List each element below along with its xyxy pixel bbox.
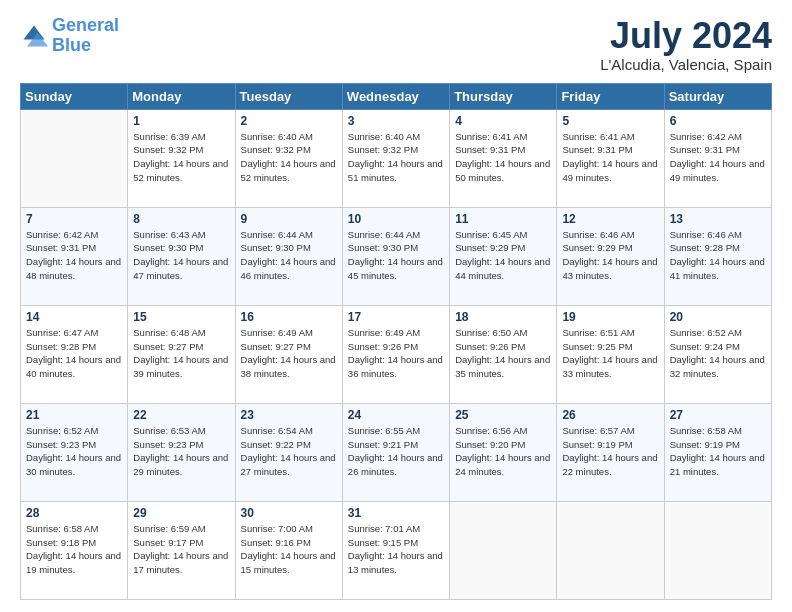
day-number: 5 bbox=[562, 114, 658, 128]
col-wednesday: Wednesday bbox=[342, 83, 449, 109]
day-info: Sunrise: 6:47 AMSunset: 9:28 PMDaylight:… bbox=[26, 326, 122, 381]
table-row: 1 Sunrise: 6:39 AMSunset: 9:32 PMDayligh… bbox=[128, 109, 235, 207]
table-row: 26 Sunrise: 6:57 AMSunset: 9:19 PMDaylig… bbox=[557, 403, 664, 501]
day-info: Sunrise: 6:59 AMSunset: 9:17 PMDaylight:… bbox=[133, 522, 229, 577]
day-number: 14 bbox=[26, 310, 122, 324]
day-info: Sunrise: 6:48 AMSunset: 9:27 PMDaylight:… bbox=[133, 326, 229, 381]
table-row: 5 Sunrise: 6:41 AMSunset: 9:31 PMDayligh… bbox=[557, 109, 664, 207]
day-info: Sunrise: 6:43 AMSunset: 9:30 PMDaylight:… bbox=[133, 228, 229, 283]
table-row: 18 Sunrise: 6:50 AMSunset: 9:26 PMDaylig… bbox=[450, 305, 557, 403]
day-info: Sunrise: 6:49 AMSunset: 9:26 PMDaylight:… bbox=[348, 326, 444, 381]
day-number: 17 bbox=[348, 310, 444, 324]
day-number: 9 bbox=[241, 212, 337, 226]
day-info: Sunrise: 6:45 AMSunset: 9:29 PMDaylight:… bbox=[455, 228, 551, 283]
day-info: Sunrise: 6:44 AMSunset: 9:30 PMDaylight:… bbox=[348, 228, 444, 283]
col-sunday: Sunday bbox=[21, 83, 128, 109]
day-info: Sunrise: 6:41 AMSunset: 9:31 PMDaylight:… bbox=[562, 130, 658, 185]
day-info: Sunrise: 6:41 AMSunset: 9:31 PMDaylight:… bbox=[455, 130, 551, 185]
table-row: 6 Sunrise: 6:42 AMSunset: 9:31 PMDayligh… bbox=[664, 109, 771, 207]
table-row: 3 Sunrise: 6:40 AMSunset: 9:32 PMDayligh… bbox=[342, 109, 449, 207]
day-number: 21 bbox=[26, 408, 122, 422]
table-row bbox=[450, 501, 557, 599]
table-row: 16 Sunrise: 6:49 AMSunset: 9:27 PMDaylig… bbox=[235, 305, 342, 403]
day-number: 19 bbox=[562, 310, 658, 324]
day-number: 10 bbox=[348, 212, 444, 226]
table-row bbox=[21, 109, 128, 207]
day-number: 22 bbox=[133, 408, 229, 422]
logo-text: General Blue bbox=[52, 16, 119, 56]
table-row: 4 Sunrise: 6:41 AMSunset: 9:31 PMDayligh… bbox=[450, 109, 557, 207]
table-row: 20 Sunrise: 6:52 AMSunset: 9:24 PMDaylig… bbox=[664, 305, 771, 403]
table-row bbox=[664, 501, 771, 599]
table-row: 8 Sunrise: 6:43 AMSunset: 9:30 PMDayligh… bbox=[128, 207, 235, 305]
table-row bbox=[557, 501, 664, 599]
day-info: Sunrise: 6:52 AMSunset: 9:24 PMDaylight:… bbox=[670, 326, 766, 381]
calendar-header-row: Sunday Monday Tuesday Wednesday Thursday… bbox=[21, 83, 772, 109]
day-number: 6 bbox=[670, 114, 766, 128]
day-number: 26 bbox=[562, 408, 658, 422]
logo-line1: General bbox=[52, 15, 119, 35]
day-info: Sunrise: 6:57 AMSunset: 9:19 PMDaylight:… bbox=[562, 424, 658, 479]
day-number: 13 bbox=[670, 212, 766, 226]
day-number: 7 bbox=[26, 212, 122, 226]
logo-line2: Blue bbox=[52, 35, 91, 55]
table-row: 12 Sunrise: 6:46 AMSunset: 9:29 PMDaylig… bbox=[557, 207, 664, 305]
day-info: Sunrise: 6:51 AMSunset: 9:25 PMDaylight:… bbox=[562, 326, 658, 381]
day-info: Sunrise: 6:58 AMSunset: 9:18 PMDaylight:… bbox=[26, 522, 122, 577]
day-number: 30 bbox=[241, 506, 337, 520]
table-row: 7 Sunrise: 6:42 AMSunset: 9:31 PMDayligh… bbox=[21, 207, 128, 305]
calendar-table: Sunday Monday Tuesday Wednesday Thursday… bbox=[20, 83, 772, 600]
day-info: Sunrise: 6:50 AMSunset: 9:26 PMDaylight:… bbox=[455, 326, 551, 381]
day-info: Sunrise: 6:42 AMSunset: 9:31 PMDaylight:… bbox=[26, 228, 122, 283]
subtitle: L'Alcudia, Valencia, Spain bbox=[600, 56, 772, 73]
table-row: 14 Sunrise: 6:47 AMSunset: 9:28 PMDaylig… bbox=[21, 305, 128, 403]
day-info: Sunrise: 6:46 AMSunset: 9:28 PMDaylight:… bbox=[670, 228, 766, 283]
day-info: Sunrise: 6:52 AMSunset: 9:23 PMDaylight:… bbox=[26, 424, 122, 479]
logo-icon bbox=[20, 22, 48, 50]
table-row: 15 Sunrise: 6:48 AMSunset: 9:27 PMDaylig… bbox=[128, 305, 235, 403]
header: General Blue July 2024 L'Alcudia, Valenc… bbox=[20, 16, 772, 73]
table-row: 23 Sunrise: 6:54 AMSunset: 9:22 PMDaylig… bbox=[235, 403, 342, 501]
table-row: 17 Sunrise: 6:49 AMSunset: 9:26 PMDaylig… bbox=[342, 305, 449, 403]
day-number: 12 bbox=[562, 212, 658, 226]
day-info: Sunrise: 6:42 AMSunset: 9:31 PMDaylight:… bbox=[670, 130, 766, 185]
table-row: 9 Sunrise: 6:44 AMSunset: 9:30 PMDayligh… bbox=[235, 207, 342, 305]
day-number: 15 bbox=[133, 310, 229, 324]
day-number: 3 bbox=[348, 114, 444, 128]
page: General Blue July 2024 L'Alcudia, Valenc… bbox=[0, 0, 792, 612]
day-info: Sunrise: 6:46 AMSunset: 9:29 PMDaylight:… bbox=[562, 228, 658, 283]
day-info: Sunrise: 6:44 AMSunset: 9:30 PMDaylight:… bbox=[241, 228, 337, 283]
day-info: Sunrise: 6:40 AMSunset: 9:32 PMDaylight:… bbox=[348, 130, 444, 185]
day-info: Sunrise: 6:40 AMSunset: 9:32 PMDaylight:… bbox=[241, 130, 337, 185]
day-number: 25 bbox=[455, 408, 551, 422]
day-number: 31 bbox=[348, 506, 444, 520]
main-title: July 2024 bbox=[600, 16, 772, 56]
title-block: July 2024 L'Alcudia, Valencia, Spain bbox=[600, 16, 772, 73]
day-number: 27 bbox=[670, 408, 766, 422]
day-number: 18 bbox=[455, 310, 551, 324]
day-info: Sunrise: 7:01 AMSunset: 9:15 PMDaylight:… bbox=[348, 522, 444, 577]
table-row: 21 Sunrise: 6:52 AMSunset: 9:23 PMDaylig… bbox=[21, 403, 128, 501]
table-row: 29 Sunrise: 6:59 AMSunset: 9:17 PMDaylig… bbox=[128, 501, 235, 599]
day-number: 24 bbox=[348, 408, 444, 422]
table-row: 31 Sunrise: 7:01 AMSunset: 9:15 PMDaylig… bbox=[342, 501, 449, 599]
day-number: 20 bbox=[670, 310, 766, 324]
day-number: 1 bbox=[133, 114, 229, 128]
col-thursday: Thursday bbox=[450, 83, 557, 109]
day-info: Sunrise: 6:55 AMSunset: 9:21 PMDaylight:… bbox=[348, 424, 444, 479]
day-info: Sunrise: 6:56 AMSunset: 9:20 PMDaylight:… bbox=[455, 424, 551, 479]
day-number: 29 bbox=[133, 506, 229, 520]
logo: General Blue bbox=[20, 16, 119, 56]
day-number: 11 bbox=[455, 212, 551, 226]
col-saturday: Saturday bbox=[664, 83, 771, 109]
table-row: 25 Sunrise: 6:56 AMSunset: 9:20 PMDaylig… bbox=[450, 403, 557, 501]
day-info: Sunrise: 6:54 AMSunset: 9:22 PMDaylight:… bbox=[241, 424, 337, 479]
table-row: 30 Sunrise: 7:00 AMSunset: 9:16 PMDaylig… bbox=[235, 501, 342, 599]
col-friday: Friday bbox=[557, 83, 664, 109]
day-number: 8 bbox=[133, 212, 229, 226]
day-info: Sunrise: 6:58 AMSunset: 9:19 PMDaylight:… bbox=[670, 424, 766, 479]
day-info: Sunrise: 6:39 AMSunset: 9:32 PMDaylight:… bbox=[133, 130, 229, 185]
table-row: 11 Sunrise: 6:45 AMSunset: 9:29 PMDaylig… bbox=[450, 207, 557, 305]
day-info: Sunrise: 7:00 AMSunset: 9:16 PMDaylight:… bbox=[241, 522, 337, 577]
day-info: Sunrise: 6:53 AMSunset: 9:23 PMDaylight:… bbox=[133, 424, 229, 479]
